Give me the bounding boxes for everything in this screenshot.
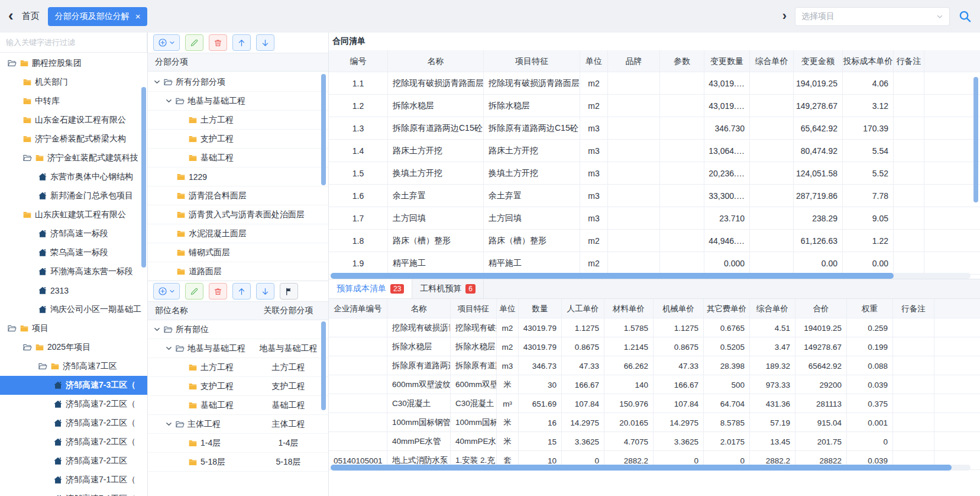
budget-hscrollbar[interactable] [331,465,971,471]
table-row[interactable]: 1.5换填土方开挖换填土方开挖m320,236.…124,051.585.52 [329,162,980,185]
delete-button[interactable] [209,283,227,299]
filter-input[interactable] [0,33,147,53]
edit-button[interactable] [185,283,203,299]
edit-button[interactable] [185,34,203,51]
subdivision-tree-item[interactable]: 水泥混凝土面层 [148,224,328,243]
position-scrollbar[interactable] [321,321,326,410]
contract-hscroll-thumb[interactable] [331,273,894,279]
table-cell [608,95,660,117]
sidebar-tree-item[interactable]: 2313 [0,281,147,300]
subdivision-tree-item[interactable]: 所有分部分项 [148,73,328,92]
search-icon[interactable] [958,9,972,23]
forward-icon[interactable]: › [782,9,787,22]
column-header: 项目特征 [451,299,497,318]
project-select[interactable]: 选择项目 [795,7,950,26]
table-row[interactable]: 1.4路床土方开挖路床土方开挖m313,064.…80,474.925.54 [329,140,980,162]
back-icon[interactable]: ‹ [8,8,14,23]
table-cell: 47.33 [562,356,604,375]
sidebar-tree-item[interactable]: 济邹高速7-1工区（ [0,489,147,496]
subdivision-tree-item[interactable]: 沥青贯入式与沥青表面处治面层 [148,205,328,224]
close-icon[interactable]: × [135,12,141,21]
sidebar-tree-item[interactable]: 中转库 [0,92,147,111]
tree-item-label: 土方工程 [200,362,234,373]
tab-home[interactable]: 首页 [22,11,40,22]
sidebar-tree-item[interactable]: 2025年项目 [0,338,147,357]
table-row[interactable]: 拆除水稳层拆除水稳层m243019.790.86751.21450.86750.… [329,337,980,356]
position-tree-row[interactable]: 支护工程支护工程 [148,377,328,396]
table-row[interactable]: 1.6余土弃置余土弃置m333,300.…287,719.867.78 [329,185,980,207]
table-row[interactable]: 拆除原有道路两边C15砼拆除原有道路两边C15砼m3346.7347.3366.… [329,356,980,375]
position-tree-row[interactable]: 地基与基础工程地基与基础工程 [148,339,328,358]
sidebar-tree-item[interactable]: 新邦涌金门总承包项目 [0,186,147,205]
delete-button[interactable] [209,34,227,51]
table-row[interactable]: 100mm国标钢管100mm国标钢管米1614.297520.016514.29… [329,413,980,432]
tab-labor-material-budget[interactable]: 工料机预算 6 [412,279,484,298]
contract-title: 合同清单 [329,33,980,50]
folder-icon [22,210,32,220]
flag-button[interactable] [280,283,298,299]
position-tree-row[interactable]: 主体工程主体工程 [148,415,328,434]
sidebar-tree-item[interactable]: 济邹高速一标段 [0,224,147,243]
position-tree-row[interactable]: 所有部位 [148,320,328,339]
sidebar-tree-item[interactable]: 机关部门 [0,73,147,92]
sidebar-tree-item[interactable]: 济邹高速7-2工区（ [0,414,147,433]
tree-item-label: 济邹高速7-1工区（ [66,494,135,496]
table-row[interactable]: 600mm双壁波纹管600mm双壁波纹管米30166.67140166.6750… [329,375,980,394]
column-header: 品牌 [608,50,660,72]
table-row[interactable]: C30混凝土C30混凝土m³651.69107.84150.976107.846… [329,394,980,413]
tree-item-label: 2025年项目 [47,342,90,353]
sidebar-tree-item[interactable]: 环渤海高速东营一标段 [0,262,147,281]
sidebar-tree-item[interactable]: 济宁金虹装配式建筑科技 [0,149,147,168]
folder-open-icon [163,78,173,87]
sidebar-tree-item[interactable]: 荣乌高速一标段 [0,243,147,262]
subdivision-tree-item[interactable]: 道路面层 [148,262,328,281]
sidebar-tree-item[interactable]: 济邹高速7-1工区（ [0,471,147,489]
move-up-button[interactable] [232,283,251,299]
sidebar-tree-item[interactable]: 济邹高速7-2工区 [0,452,147,471]
move-down-button[interactable] [256,34,274,51]
position-tree-row[interactable]: 土方工程土方工程 [148,358,328,377]
subdivision-tree-item[interactable]: 1229 [148,168,328,186]
table-row[interactable]: 1.2拆除水稳层拆除水稳层m243,019.…149,278.673.12 [329,95,980,117]
linked-subdivision-cell: 地基与基础工程 [248,343,328,354]
subdivision-tree-item[interactable]: 支护工程 [148,130,328,149]
subdivision-tree-item[interactable]: 沥青混合料面层 [148,186,328,205]
add-button[interactable] [153,34,180,51]
sidebar-tree-item[interactable]: 山东庆虹建筑工程有限公 [0,205,147,224]
table-row[interactable]: 40mmPE水管40mmPE水管米153.36254.70753.36252.0… [329,432,980,451]
table-row[interactable]: 1.3拆除原有道路两边C15砼拆除原有道路两边C15砼m3346.73065,6… [329,117,980,140]
sidebar-tree-item[interactable]: 项目 [0,319,147,338]
sidebar-tree-item[interactable]: 鸿庆公司小区一期基础工 [0,300,147,319]
subdivision-tree-item[interactable]: 土方工程 [148,111,328,130]
sidebar-tree-item[interactable]: 济邹高速7工区 [0,357,147,376]
subdivision-tree-item[interactable]: 铺砌式面层 [148,243,328,262]
budget-hscroll-thumb[interactable] [331,465,952,471]
tab-subdivision-breakdown[interactable]: 分部分项及部位分解 × [48,7,148,26]
position-tree-row[interactable]: 基础工程基础工程 [148,396,328,415]
sidebar-tree-item[interactable]: 鹏程控股集团 [0,54,147,73]
subdivision-tree-item[interactable]: 地基与基础工程 [148,92,328,111]
sidebar-tree-item[interactable]: 济宁金桥装配式桥梁大构 [0,130,147,149]
tab-budget-cost-list[interactable]: 预算成本清单 23 [329,279,412,298]
sidebar-tree-item[interactable]: 山东金石建设工程有限公 [0,111,147,130]
sidebar-scrollbar[interactable] [141,87,146,268]
move-up-button[interactable] [232,34,251,51]
sidebar-tree-item[interactable]: 济邹高速7-2工区（ [0,395,147,414]
contract-vscrollbar[interactable] [973,77,978,202]
table-row[interactable]: 1.7土方回填土方回填m323.710238.299.05 [329,207,980,230]
subdivision-tree-item[interactable]: 基础工程 [148,149,328,168]
column-header: 人工单价 [562,299,604,318]
sidebar-tree-item[interactable]: 东营市奥体中心钢结构 [0,168,147,186]
table-row[interactable]: 1.9精平施工精平施工m20.0000.000.00 [329,252,980,275]
position-tree-row[interactable]: 1-4层1-4层 [148,434,328,453]
contract-hscrollbar[interactable] [331,273,971,279]
position-tree-row[interactable]: 5-18层5-18层 [148,453,328,472]
sidebar-tree-item[interactable]: 济邹高速7-2工区（ [0,433,147,452]
move-down-button[interactable] [256,283,274,299]
table-row[interactable]: 1.1挖除现有破损沥青路面层挖除现有破损沥青路面层m243,019.…194,0… [329,72,980,95]
table-row[interactable]: 挖除现有破损沥青路面层挖除现有破损沥青路面层m243019.791.12751.… [329,318,980,337]
sidebar-tree-item[interactable]: 济邹高速7-3工区（ [0,376,147,395]
table-row[interactable]: 1.8路床（槽）整形路床（槽）整形m244,946.…61,126.631.22 [329,230,980,252]
add-button[interactable] [153,283,180,299]
subdivision-scrollbar[interactable] [321,74,326,185]
